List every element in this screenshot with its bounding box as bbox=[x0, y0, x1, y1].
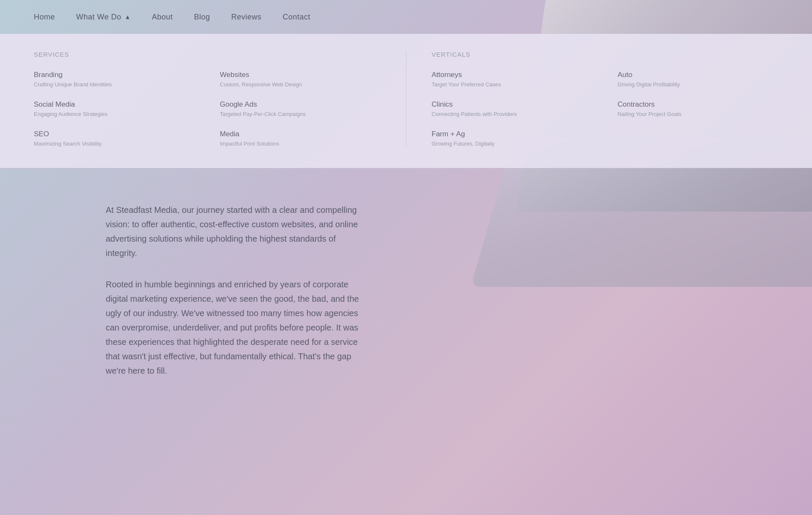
service-websites-subtitle: Custom, Responsive Web Design bbox=[220, 81, 381, 88]
nav-home[interactable]: Home bbox=[34, 13, 55, 22]
service-websites-title: Websites bbox=[220, 71, 381, 79]
main-navigation: Home What We Do ▲ About Blog Reviews Con… bbox=[0, 0, 812, 34]
chevron-up-icon: ▲ bbox=[125, 14, 131, 20]
service-seo[interactable]: SEO Maximizing Search Visibility bbox=[34, 130, 195, 147]
nav-contact[interactable]: Contact bbox=[283, 13, 310, 22]
vertical-auto[interactable]: Auto Driving Digital Profitability bbox=[617, 71, 778, 88]
vertical-contractors-subtitle: Nailing Your Project Goals bbox=[617, 111, 778, 117]
services-grid: Branding Crafting Unique Brand Identitie… bbox=[34, 71, 381, 147]
service-google-ads-title: Google Ads bbox=[220, 100, 381, 109]
vertical-clinics-title: Clinics bbox=[432, 100, 593, 109]
nav-blog[interactable]: Blog bbox=[194, 13, 210, 22]
service-social-media-title: Social Media bbox=[34, 100, 195, 109]
service-google-ads-subtitle: Targeted Pay-Per-Click Campaigns bbox=[220, 111, 381, 117]
service-seo-title: SEO bbox=[34, 130, 195, 138]
vertical-auto-title: Auto bbox=[617, 71, 778, 79]
service-social-media-subtitle: Engaging Audience Strategies bbox=[34, 111, 195, 117]
nav-what-we-do[interactable]: What We Do ▲ bbox=[76, 13, 131, 22]
services-title: Services bbox=[34, 51, 381, 58]
dropdown-divider bbox=[406, 51, 406, 147]
service-media[interactable]: Media Impactful Print Solutions bbox=[220, 130, 381, 147]
vertical-auto-subtitle: Driving Digital Profitability bbox=[617, 81, 778, 88]
service-google-ads[interactable]: Google Ads Targeted Pay-Per-Click Campai… bbox=[220, 100, 381, 117]
service-seo-subtitle: Maximizing Search Visibility bbox=[34, 140, 195, 147]
main-content: At Steadfast Media, our journey started … bbox=[0, 169, 465, 429]
vertical-contractors[interactable]: Contractors Nailing Your Project Goals bbox=[617, 100, 778, 117]
vertical-attorneys-subtitle: Target Your Preferred Cases bbox=[432, 81, 593, 88]
about-paragraph-1: At Steadfast Media, our journey started … bbox=[106, 203, 359, 260]
vertical-clinics[interactable]: Clinics Connecting Patients with Provide… bbox=[432, 100, 593, 117]
service-branding-title: Branding bbox=[34, 71, 195, 79]
verticals-section: Verticals Attorneys Target Your Preferre… bbox=[432, 51, 779, 147]
service-media-title: Media bbox=[220, 130, 381, 138]
service-websites[interactable]: Websites Custom, Responsive Web Design bbox=[220, 71, 381, 88]
service-media-subtitle: Impactful Print Solutions bbox=[220, 140, 381, 147]
what-we-do-dropdown: Services Branding Crafting Unique Brand … bbox=[0, 34, 812, 168]
vertical-attorneys-title: Attorneys bbox=[432, 71, 593, 79]
vertical-attorneys[interactable]: Attorneys Target Your Preferred Cases bbox=[432, 71, 593, 88]
service-branding[interactable]: Branding Crafting Unique Brand Identitie… bbox=[34, 71, 195, 88]
vertical-farm-ag-subtitle: Growing Futures, Digitally bbox=[432, 140, 593, 147]
services-section: Services Branding Crafting Unique Brand … bbox=[34, 51, 381, 147]
vertical-farm-ag[interactable]: Farm + Ag Growing Futures, Digitally bbox=[432, 130, 593, 147]
verticals-grid: Attorneys Target Your Preferred Cases Au… bbox=[432, 71, 779, 147]
about-paragraph-2: Rooted in humble beginnings and enriched… bbox=[106, 277, 359, 378]
vertical-clinics-subtitle: Connecting Patients with Providers bbox=[432, 111, 593, 117]
service-branding-subtitle: Crafting Unique Brand Identities bbox=[34, 81, 195, 88]
menu-separator bbox=[0, 168, 812, 169]
verticals-title: Verticals bbox=[432, 51, 779, 58]
vertical-farm-ag-title: Farm + Ag bbox=[432, 130, 593, 138]
nav-about[interactable]: About bbox=[152, 13, 173, 22]
service-social-media[interactable]: Social Media Engaging Audience Strategie… bbox=[34, 100, 195, 117]
nav-reviews[interactable]: Reviews bbox=[231, 13, 262, 22]
vertical-contractors-title: Contractors bbox=[617, 100, 778, 109]
